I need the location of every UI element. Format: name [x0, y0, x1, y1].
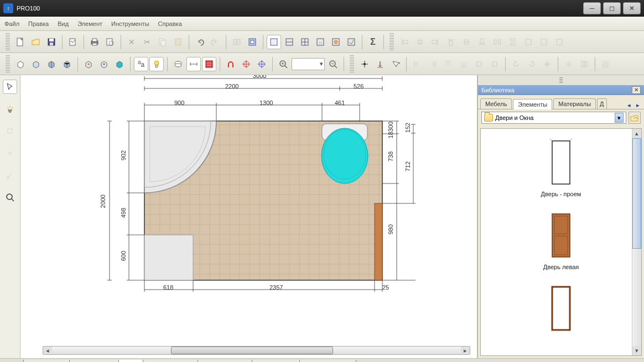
toggle-2-icon[interactable]: [282, 35, 297, 49]
scroll-up-icon[interactable]: ▴: [632, 129, 641, 138]
cube-sel-2-icon[interactable]: [97, 57, 111, 71]
light-icon[interactable]: [149, 57, 164, 71]
print-preview-icon[interactable]: [103, 35, 117, 49]
cube-2-icon[interactable]: [29, 57, 43, 71]
target-2-icon[interactable]: [255, 57, 269, 71]
target-1-icon[interactable]: [239, 57, 253, 71]
library-item[interactable]: [481, 275, 641, 341]
tab-west-wall[interactable]: Западная стена: [198, 360, 252, 362]
library-folder-combo[interactable]: Двери и Окна ▾: [481, 112, 626, 124]
toolbar-grip[interactable]: [6, 33, 10, 51]
library-tab-more[interactable]: Д: [597, 98, 606, 109]
cube-1-icon[interactable]: [13, 57, 28, 71]
cursor-center-icon[interactable]: [357, 57, 372, 71]
mirror-v-icon: [562, 57, 576, 71]
save-icon[interactable]: [44, 35, 59, 49]
layer-icon[interactable]: [171, 57, 185, 71]
tab-north-wall[interactable]: Северная стена: [143, 360, 198, 362]
open-file-icon[interactable]: [29, 35, 43, 49]
zoom-out-icon[interactable]: [326, 57, 340, 71]
svg-point-26: [334, 40, 337, 44]
library-tab-furniture[interactable]: Мебель: [480, 98, 512, 109]
dim-top-461: 461: [335, 99, 345, 106]
toolbar-grip[interactable]: [389, 33, 394, 51]
page-setup-icon[interactable]: [66, 35, 80, 49]
library-scrollbar[interactable]: ▴ ▾: [632, 129, 641, 355]
grid-icon[interactable]: [202, 57, 216, 71]
svg-rect-4: [70, 39, 75, 45]
tab-perspective[interactable]: Перспектива: [23, 360, 70, 362]
toggle-3-icon[interactable]: [298, 35, 312, 49]
scroll-thumb[interactable]: [171, 347, 333, 354]
svg-rect-41: [498, 40, 501, 44]
tab-prev-icon[interactable]: ◂: [625, 101, 633, 109]
tab-axonometry[interactable]: Аксонометрия: [69, 360, 120, 362]
cube-3-icon[interactable]: [44, 57, 59, 71]
svg-rect-99: [7, 177, 9, 179]
app-icon: ↑: [3, 3, 13, 13]
cube-sel-1-icon[interactable]: [81, 57, 96, 71]
toggle-1-icon[interactable]: [267, 35, 281, 49]
menu-help[interactable]: Справка: [158, 20, 182, 27]
scroll-thumb[interactable]: [632, 138, 641, 249]
sigma-icon[interactable]: Σ: [366, 35, 380, 49]
library-grip[interactable]: [478, 75, 644, 85]
zoom-in-icon[interactable]: [276, 57, 290, 71]
light-tool-icon[interactable]: [3, 102, 17, 116]
distribute-v-icon: [506, 35, 520, 49]
library-item[interactable]: Дверь - проем: [481, 129, 641, 202]
menu-view[interactable]: Вид: [58, 20, 69, 27]
folder-up-button[interactable]: [629, 112, 641, 124]
minimize-button[interactable]: ─: [583, 2, 601, 14]
toggle-6-icon[interactable]: [344, 35, 359, 49]
scroll-right-icon[interactable]: ▸: [461, 347, 470, 354]
menu-file[interactable]: Файл: [4, 20, 19, 27]
zoom-input[interactable]: ▾: [292, 58, 325, 70]
library-item[interactable]: Дверь левая: [481, 202, 641, 275]
toggle-4-icon[interactable]: ↔: [313, 35, 328, 49]
dim-right-18300: 18300: [387, 122, 394, 139]
library-tab-elements[interactable]: Элементы: [513, 99, 552, 109]
floor-plan-canvas[interactable]: 3000 2200 526 900 1300 461 2000 902 498 …: [20, 75, 477, 358]
svg-rect-45: [541, 39, 547, 45]
move-down-icon[interactable]: [373, 57, 387, 71]
equal-width-icon: [521, 35, 536, 49]
tab-south-wall[interactable]: Южная стена: [252, 360, 299, 362]
library-tab-materials[interactable]: Материалы: [553, 98, 596, 109]
equal-height-icon: [537, 35, 551, 49]
toggle-5-icon[interactable]: [329, 35, 343, 49]
materials-icon[interactable]: [245, 35, 259, 49]
scroll-down-icon[interactable]: ▾: [632, 346, 641, 355]
dim-left-2000: 2000: [100, 195, 106, 208]
pointer-tool-icon[interactable]: [3, 80, 17, 94]
zoom-tool-icon[interactable]: [3, 190, 17, 204]
toolbar-grip[interactable]: [6, 55, 10, 73]
canvas-h-scrollbar[interactable]: ◂ ▸: [43, 346, 470, 355]
close-button[interactable]: ✕: [623, 2, 641, 14]
delete-icon: ✕: [124, 35, 139, 49]
svg-rect-44: [526, 39, 531, 45]
undo-icon[interactable]: [193, 35, 207, 49]
text-icon[interactable]: aa: [134, 57, 148, 71]
print-icon[interactable]: [87, 35, 102, 49]
new-file-icon[interactable]: [13, 35, 28, 49]
menu-edit[interactable]: Правка: [28, 20, 49, 27]
cube-fill-icon[interactable]: [112, 57, 127, 71]
library-close-icon[interactable]: ✕: [632, 86, 641, 94]
toolbar-grip[interactable]: [350, 55, 354, 73]
scroll-left-icon[interactable]: ◂: [43, 347, 52, 354]
maximize-button[interactable]: ◻: [603, 2, 621, 14]
menu-tools[interactable]: Инструменты: [111, 20, 149, 27]
cursor-snap-icon[interactable]: [388, 57, 403, 71]
tab-next-icon[interactable]: ▸: [634, 101, 642, 109]
rotate-left-icon: [509, 57, 523, 71]
cube-4-icon[interactable]: [60, 57, 74, 71]
tab-plan[interactable]: План: [118, 360, 143, 362]
menu-element[interactable]: Элемент: [77, 20, 102, 27]
dropdown-icon[interactable]: ▾: [615, 113, 624, 123]
redo-icon: [208, 35, 222, 49]
snap-icon[interactable]: [224, 57, 238, 71]
tab-east-wall[interactable]: Восточная стена: [299, 360, 356, 362]
dimension-icon[interactable]: [186, 57, 201, 71]
svg-rect-7: [92, 43, 97, 45]
